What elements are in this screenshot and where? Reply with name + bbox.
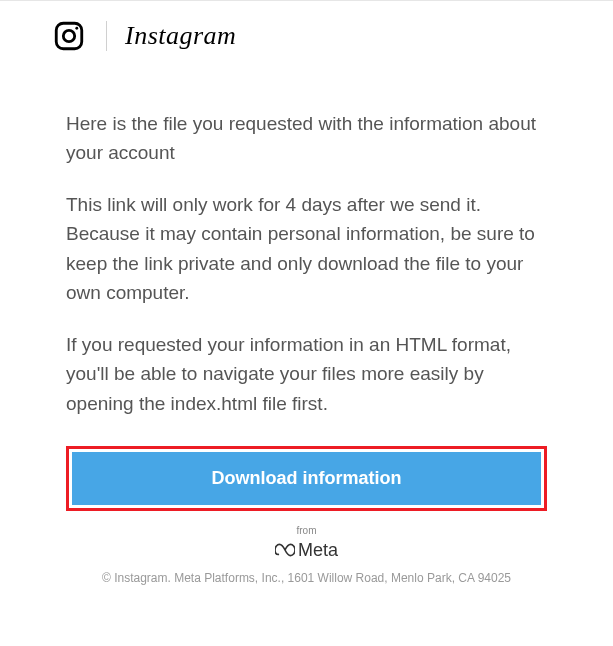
meta-infinity-icon	[275, 543, 295, 557]
email-body: Here is the file you requested with the …	[0, 71, 613, 585]
from-label: from	[66, 525, 547, 536]
svg-point-1	[63, 30, 74, 41]
instagram-icon	[52, 19, 86, 53]
email-header: Instagram	[0, 1, 613, 71]
privacy-paragraph: This link will only work for 4 days afte…	[66, 190, 547, 308]
meta-logo: Meta	[275, 540, 338, 561]
download-information-button[interactable]: Download information	[72, 452, 541, 505]
svg-rect-0	[56, 23, 82, 49]
download-button-highlight: Download information	[66, 446, 547, 511]
html-format-paragraph: If you requested your information in an …	[66, 330, 547, 418]
header-divider	[106, 21, 107, 51]
svg-point-2	[75, 27, 78, 30]
intro-paragraph: Here is the file you requested with the …	[66, 109, 547, 168]
email-footer: from Meta © Instagram. Meta Platforms, I…	[66, 511, 547, 586]
copyright-text: © Instagram. Meta Platforms, Inc., 1601 …	[66, 571, 547, 585]
instagram-logo-text: Instagram	[125, 21, 236, 51]
meta-label: Meta	[298, 540, 338, 561]
